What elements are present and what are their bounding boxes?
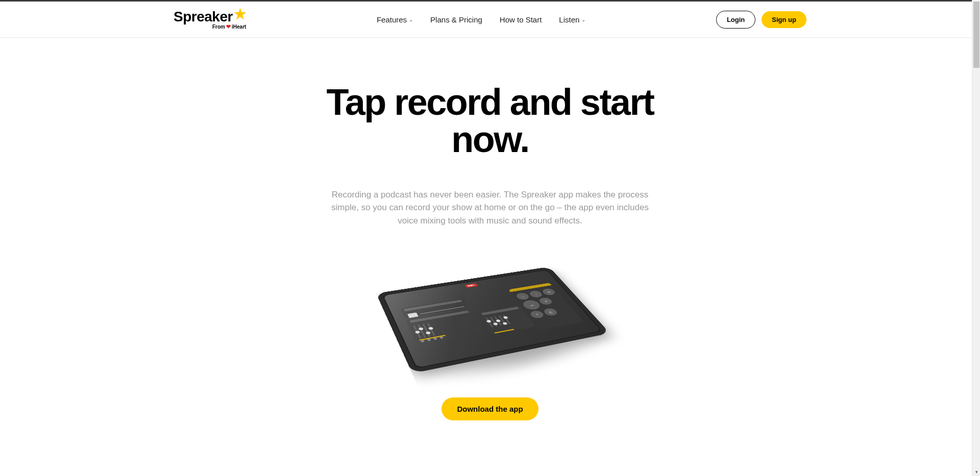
screen-panel-sliders-left (406, 309, 483, 342)
header-container: Spreaker ★ From ❤ iHeart Features ⌄ Plan… (0, 2, 980, 38)
main-nav: Features ⌄ Plans & Pricing How to Start … (377, 15, 585, 24)
effect-icon: ✿ (541, 288, 556, 296)
chevron-down-icon: ⌄ (409, 17, 413, 22)
effect-icon: ☁ (521, 299, 542, 311)
chevron-down-icon: ⌄ (581, 17, 585, 22)
login-button[interactable]: Login (716, 11, 755, 29)
nav-item-plans[interactable]: Plans & Pricing (430, 15, 482, 24)
effect-icon: ◐ (543, 308, 559, 316)
hero-subtitle: Recording a podcast has never been easie… (327, 188, 653, 228)
effect-icon: ✦ (529, 310, 545, 319)
star-icon: ★ (234, 6, 247, 22)
logo[interactable]: Spreaker ★ From ❤ iHeart (174, 9, 246, 30)
effect-icon: ☺ (515, 292, 530, 300)
nav-item-how-to-start[interactable]: How to Start (500, 15, 542, 24)
scrollbar-thumb[interactable] (973, 2, 979, 68)
screen-panel-input (400, 298, 469, 318)
effect-icon: ♪ (528, 290, 544, 298)
signup-button[interactable]: Sign up (762, 11, 806, 28)
hero-section: Tap record and start now. Recording a po… (291, 38, 689, 227)
main-header: Spreaker ★ From ❤ iHeart Features ⌄ Plan… (174, 2, 806, 37)
auth-buttons: Login Sign up (716, 11, 806, 29)
download-app-button[interactable]: Download the app (442, 397, 538, 420)
scrollbar[interactable]: ▾ (972, 0, 980, 420)
cta-section: Download the app (0, 397, 980, 420)
hero-title: Tap record and start now. (291, 84, 689, 159)
nav-item-listen[interactable]: Listen ⌄ (559, 15, 585, 24)
tablet-illustration: REC (0, 246, 980, 379)
brand-name: Spreaker (174, 9, 233, 25)
nav-item-features[interactable]: Features ⌄ (377, 15, 413, 24)
rec-badge: REC (465, 284, 478, 288)
effect-icon: ★ (538, 297, 554, 306)
